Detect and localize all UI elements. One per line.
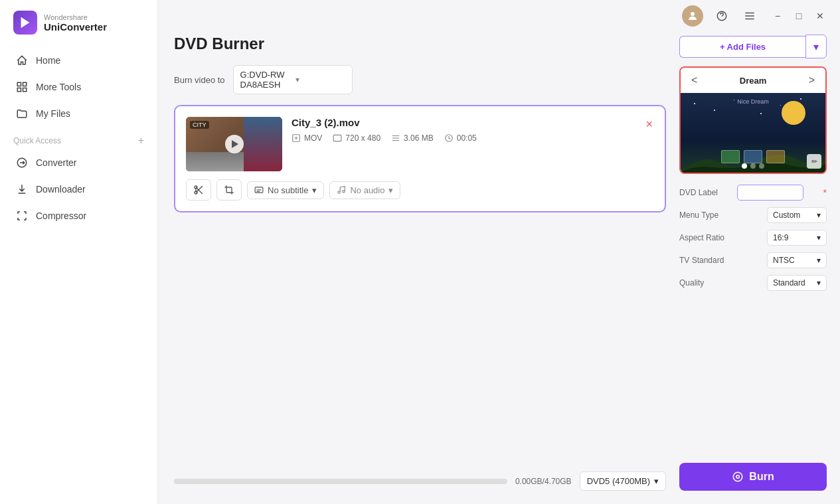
- theme-thumb-row: [721, 150, 785, 163]
- dvd-label-text: DVD Label: [679, 188, 718, 197]
- burn-button[interactable]: Burn: [679, 463, 827, 491]
- dvd-label-input[interactable]: [737, 185, 803, 201]
- close-button[interactable]: ✕: [811, 7, 829, 25]
- svg-rect-11: [334, 135, 342, 141]
- user-avatar-icon[interactable]: [682, 5, 703, 27]
- theme-dot-3: [759, 163, 764, 169]
- dvd-label-required: *: [823, 187, 827, 198]
- thumb-play-button[interactable]: [225, 135, 244, 153]
- page-title: DVD Burner: [174, 32, 666, 53]
- subtitle-select[interactable]: No subtitle ▾: [247, 181, 324, 199]
- sidebar-item-downloader-label: Downloader: [36, 184, 86, 195]
- theme-name: Dream: [740, 76, 766, 86]
- svg-point-5: [691, 12, 695, 16]
- sidebar-item-home[interactable]: Home: [7, 48, 151, 73]
- aspect-ratio-select[interactable]: 16:9 ▾: [767, 230, 827, 246]
- file-size: 3.06 MB: [391, 133, 434, 143]
- logo-area: Wondershare UniConverter: [0, 11, 157, 48]
- crop-button[interactable]: [216, 179, 242, 201]
- support-icon[interactable]: [713, 7, 731, 25]
- theme-prev-button[interactable]: <: [687, 73, 701, 88]
- sidebar-item-compressor[interactable]: Compressor: [7, 203, 151, 228]
- theme-moon: [782, 101, 805, 125]
- right-panel: + Add Files ▾ < Dream >: [679, 32, 827, 491]
- svg-point-22: [736, 475, 740, 479]
- svg-rect-2: [17, 88, 21, 92]
- trim-button[interactable]: [186, 179, 211, 201]
- theme-dot-2: [750, 163, 756, 169]
- sidebar-item-converter[interactable]: Converter: [7, 150, 151, 175]
- quality-select[interactable]: Standard ▾: [767, 275, 827, 291]
- disc-type-value: DVD5 (4700MB): [587, 476, 650, 486]
- svg-rect-0: [17, 82, 21, 86]
- sidebar-item-my-files-label: My Files: [36, 108, 70, 119]
- content-area: DVD Burner Burn video to G:DVD-RW DA8AES…: [158, 32, 840, 504]
- sidebar-item-compressor-label: Compressor: [36, 210, 86, 221]
- theme-selector: < Dream > Nice Dream: [679, 66, 827, 174]
- storage-progress-bar: [174, 479, 507, 484]
- dvd-label-row: DVD Label *: [679, 185, 827, 201]
- sidebar-item-more-tools-label: More Tools: [36, 82, 81, 92]
- aspect-ratio-row: Aspect Ratio 16:9 ▾: [679, 230, 827, 246]
- sidebar-item-converter-label: Converter: [36, 157, 76, 168]
- maximize-button[interactable]: □: [790, 7, 808, 25]
- logo-text: Wondershare UniConverter: [44, 13, 107, 33]
- subtitle-chevron-icon: ▾: [312, 185, 317, 195]
- disc-chevron-icon: ▾: [654, 476, 659, 486]
- logo-brand: Wondershare: [44, 13, 107, 21]
- file-resolution: 720 x 480: [333, 133, 380, 143]
- file-format: MOV: [292, 133, 322, 143]
- left-panel: DVD Burner Burn video to G:DVD-RW DA8AES…: [174, 32, 666, 491]
- audio-chevron-icon: ▾: [388, 185, 393, 195]
- theme-preview: Nice Dream: [681, 93, 825, 173]
- menu-type-select[interactable]: Custom ▾: [767, 207, 827, 223]
- main-area: − □ ✕ DVD Burner Burn video to G:DVD-RW …: [158, 0, 840, 504]
- quick-access-section: Quick Access +: [0, 126, 157, 150]
- theme-dots: [742, 163, 764, 169]
- theme-preview-text: Nice Dream: [737, 98, 769, 105]
- sidebar-item-more-tools[interactable]: More Tools: [7, 74, 151, 100]
- settings-panel: DVD Label * Menu Type Custom ▾ Aspect Ra…: [679, 182, 827, 291]
- file-card-top: CITY City_3 (2).mov MOV: [186, 117, 654, 171]
- quick-access-add-btn[interactable]: +: [138, 135, 144, 146]
- menu-icon[interactable]: [740, 7, 759, 25]
- menu-type-label: Menu Type: [679, 210, 718, 220]
- file-thumbnail: CITY: [186, 117, 282, 171]
- svg-rect-1: [23, 82, 27, 86]
- aspect-ratio-value: 16:9: [773, 233, 788, 242]
- drive-select[interactable]: G:DVD-RW DA8AESH ▾: [233, 65, 353, 94]
- tv-standard-row: TV Standard NTSC ▾: [679, 252, 827, 268]
- theme-edit-button[interactable]: ✏: [807, 154, 821, 169]
- svg-rect-3: [23, 88, 27, 92]
- svg-point-21: [734, 472, 743, 481]
- quality-label: Quality: [679, 278, 704, 288]
- sidebar-item-my-files[interactable]: My Files: [7, 101, 151, 126]
- tv-standard-label: TV Standard: [679, 256, 724, 265]
- audio-value: No audio: [350, 185, 384, 195]
- storage-label: 0.00GB/4.70GB: [515, 477, 572, 486]
- theme-header: < Dream >: [681, 68, 825, 93]
- delete-file-button[interactable]: ×: [644, 117, 654, 131]
- audio-select[interactable]: No audio ▾: [329, 181, 400, 199]
- tv-standard-value: NTSC: [773, 256, 795, 265]
- aspect-ratio-chevron-icon: ▾: [817, 233, 821, 242]
- add-files-row: + Add Files ▾: [679, 35, 827, 58]
- add-files-button[interactable]: + Add Files: [679, 36, 805, 58]
- drive-chevron-icon: ▾: [295, 75, 345, 84]
- tv-standard-select[interactable]: NTSC ▾: [767, 252, 827, 268]
- add-files-dropdown-icon: ▾: [813, 41, 819, 53]
- burn-to-row: Burn video to G:DVD-RW DA8AESH ▾: [174, 65, 666, 94]
- disc-type-select[interactable]: DVD5 (4700MB) ▾: [580, 471, 666, 491]
- add-files-dropdown-button[interactable]: ▾: [805, 35, 827, 58]
- file-card: CITY City_3 (2).mov MOV: [174, 105, 666, 212]
- theme-dot-1: [742, 163, 747, 169]
- logo-name: UniConverter: [44, 21, 107, 33]
- minimize-button[interactable]: −: [768, 7, 787, 25]
- sidebar-item-home-label: Home: [36, 55, 60, 66]
- thumb-city-label: CITY: [190, 121, 209, 129]
- quality-chevron-icon: ▾: [817, 278, 821, 288]
- bottom-bar: 0.00GB/4.70GB DVD5 (4700MB) ▾: [174, 463, 666, 491]
- theme-next-button[interactable]: >: [805, 73, 819, 88]
- sidebar-item-downloader[interactable]: Downloader: [7, 177, 151, 202]
- sidebar: Wondershare UniConverter Home More Tools…: [0, 0, 158, 504]
